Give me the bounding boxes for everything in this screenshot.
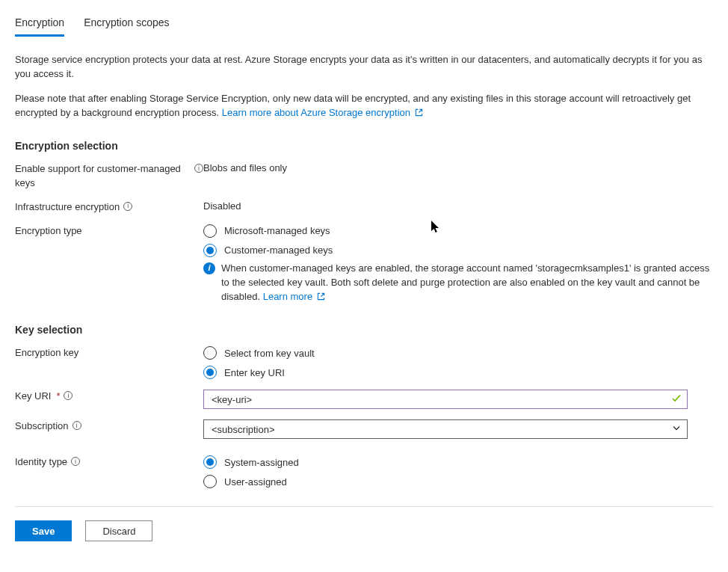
subscription-label: Subscription	[15, 419, 69, 433]
required-indicator: *	[56, 390, 60, 403]
info-icon[interactable]: i	[71, 457, 80, 466]
intro-paragraph-2: Please note that after enabling Storage …	[15, 92, 713, 121]
row-identity-type: Identity type i System-assigned User-ass…	[15, 455, 713, 488]
tab-encryption-scopes[interactable]: Encryption scopes	[84, 15, 169, 37]
key-uri-input[interactable]	[203, 390, 688, 409]
tab-encryption[interactable]: Encryption	[15, 15, 64, 37]
subscription-value: <subscription>	[212, 424, 275, 435]
radio-label: User-assigned	[224, 476, 287, 488]
external-link-icon	[415, 107, 423, 121]
identity-type-label: Identity type	[15, 455, 67, 469]
radio-microsoft-managed[interactable]: Microsoft-managed keys	[203, 224, 713, 238]
radio-enter-key-uri[interactable]: Enter key URI	[203, 366, 713, 379]
enable-support-value: Blobs and files only	[203, 162, 713, 173]
radio-icon	[203, 366, 217, 379]
info-icon[interactable]: i	[73, 421, 81, 430]
infrastructure-encryption-label: Infrastructure encryption	[15, 200, 120, 214]
row-encryption-key: Encryption key Select from key vault Ent…	[15, 346, 713, 379]
row-infrastructure-encryption: Infrastructure encryption i Disabled	[15, 200, 713, 214]
radio-label: Customer-managed keys	[224, 245, 333, 256]
radio-icon	[203, 475, 217, 488]
encryption-type-radio-group: Microsoft-managed keys Customer-managed …	[203, 224, 713, 257]
radio-system-assigned[interactable]: System-assigned	[203, 455, 713, 469]
radio-label: Microsoft-managed keys	[224, 225, 330, 236]
key-uri-label: Key URI	[15, 390, 51, 403]
intro-text: Storage service encryption protects your…	[15, 53, 713, 120]
footer-separator	[15, 506, 713, 507]
radio-icon	[203, 346, 217, 360]
intro-paragraph-1: Storage service encryption protects your…	[15, 53, 713, 82]
encryption-type-label: Encryption type	[15, 224, 82, 238]
section-heading-encryption-selection: Encryption selection	[15, 140, 713, 152]
radio-select-from-key-vault[interactable]: Select from key vault	[203, 346, 713, 360]
identity-type-radio-group: System-assigned User-assigned	[203, 455, 713, 488]
radio-icon	[203, 244, 217, 257]
row-encryption-type: Encryption type Microsoft-managed keys C…	[15, 224, 713, 305]
radio-icon	[203, 455, 217, 469]
info-icon: i	[203, 262, 215, 274]
checkmark-icon	[671, 393, 682, 406]
encryption-key-label: Encryption key	[15, 346, 78, 360]
info-icon[interactable]: i	[194, 164, 203, 173]
discard-button[interactable]: Discard	[85, 520, 152, 541]
tabs: Encryption Encryption scopes	[15, 15, 713, 37]
customer-managed-info: i When customer-managed keys are enabled…	[203, 262, 713, 305]
encryption-key-radio-group: Select from key vault Enter key URI	[203, 346, 713, 379]
row-enable-support: Enable support for customer-managed keys…	[15, 162, 713, 189]
radio-label: Select from key vault	[224, 348, 315, 359]
radio-icon	[203, 224, 217, 238]
learn-more-link[interactable]: Learn more	[263, 291, 325, 302]
infrastructure-encryption-value: Disabled	[203, 200, 713, 212]
row-subscription: Subscription i <subscription>	[15, 419, 713, 439]
chevron-down-icon	[672, 424, 681, 435]
external-link-icon	[317, 291, 325, 305]
radio-label: Enter key URI	[224, 367, 285, 378]
info-icon[interactable]: i	[64, 391, 73, 400]
subscription-select[interactable]: <subscription>	[203, 419, 688, 439]
radio-label: System-assigned	[224, 457, 299, 468]
info-icon[interactable]: i	[123, 202, 132, 211]
save-button[interactable]: Save	[15, 520, 72, 541]
radio-user-assigned[interactable]: User-assigned	[203, 475, 713, 488]
footer: Save Discard	[15, 520, 713, 541]
radio-customer-managed[interactable]: Customer-managed keys	[203, 244, 713, 257]
section-heading-key-selection: Key selection	[15, 324, 713, 336]
learn-more-link[interactable]: Learn more about Azure Storage encryptio…	[222, 107, 423, 118]
row-key-uri: Key URI* i	[15, 390, 713, 409]
enable-support-label: Enable support for customer-managed keys	[15, 162, 191, 189]
